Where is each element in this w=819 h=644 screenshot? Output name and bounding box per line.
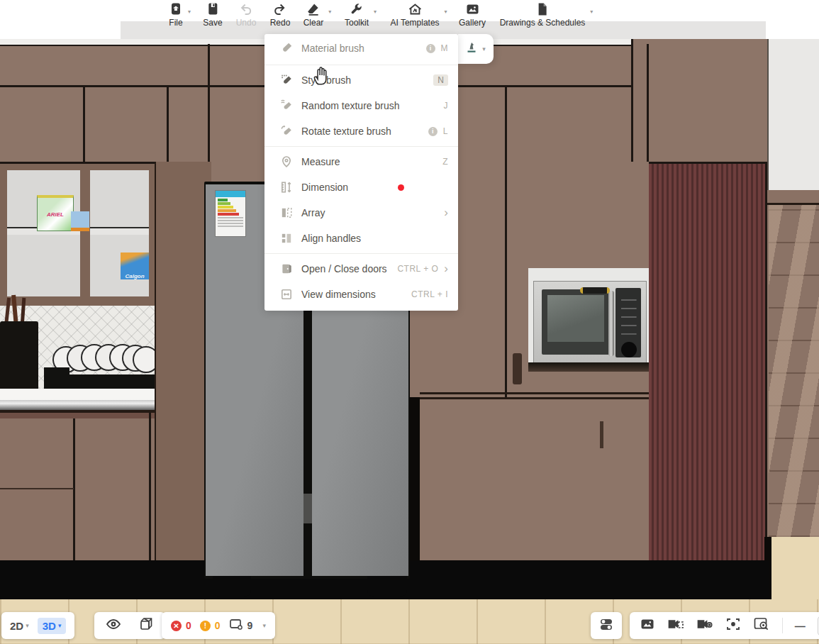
- separator: [782, 618, 783, 633]
- base-cabinets-left: [0, 413, 155, 566]
- small-blue-box: [71, 211, 89, 231]
- panel-edge: [765, 162, 767, 560]
- cabinet-seam: [73, 418, 75, 560]
- view-mode-group: 2D ▾ 3D ▾: [1, 612, 74, 639]
- file-icon: [169, 2, 183, 16]
- menu-separator: [264, 253, 458, 254]
- panel-pages-icon: [229, 618, 243, 633]
- focus-center-button[interactable]: [725, 616, 741, 635]
- undo-button[interactable]: Undo: [236, 2, 257, 28]
- random-texture-brush-icon: [280, 99, 293, 112]
- hand-cursor-icon: [312, 66, 330, 89]
- cabinet-seam: [83, 87, 85, 162]
- redo-icon: [273, 2, 287, 16]
- chevron-right-icon: ›: [444, 264, 448, 274]
- caret-down-icon: ▾: [188, 9, 191, 15]
- undo-icon: [239, 2, 253, 16]
- microwave-knob: [621, 342, 637, 357]
- menu-item-view-dimensions[interactable]: View dimensions CTRL + I: [264, 282, 458, 307]
- calgon-box-label: Calgon: [125, 273, 144, 279]
- save-button[interactable]: Save: [203, 2, 222, 28]
- error-badge-icon: ✕: [171, 621, 182, 631]
- menu-item-material-brush[interactable]: Material brush i M: [264, 34, 458, 62]
- toolkit-button[interactable]: ▾ Toolkit: [345, 2, 369, 28]
- dimension-ruler-icon: [280, 181, 293, 194]
- view-2d-selector[interactable]: 2D ▾: [10, 620, 29, 632]
- cabinet-seam: [0, 488, 74, 489]
- redo-button[interactable]: Redo: [270, 2, 291, 28]
- visibility-eye-button[interactable]: [106, 616, 121, 635]
- menu-item-array[interactable]: Array ›: [264, 200, 458, 226]
- menu-item-dimension[interactable]: Dimension: [264, 174, 458, 200]
- cabinet-seam: [631, 39, 633, 162]
- white-wall: [767, 39, 819, 190]
- toggles-button-group: [591, 612, 622, 639]
- caret-down-icon: ▾: [26, 622, 29, 629]
- gallery-button[interactable]: Gallery: [459, 2, 486, 28]
- issues-group[interactable]: ✕ 0 ! 0 9 ▾: [162, 612, 275, 639]
- caret-down-icon: ▾: [328, 9, 331, 15]
- view-dimensions-icon: [280, 288, 293, 301]
- toggles-icon-button[interactable]: [598, 616, 615, 635]
- style-brush-icon: [280, 74, 293, 87]
- menu-item-random-texture-brush[interactable]: Random texture brush J: [264, 93, 458, 118]
- warning-count: 0: [215, 620, 221, 631]
- menu-item-measure[interactable]: Measure Z: [264, 149, 458, 174]
- microwave-handle: [608, 291, 614, 356]
- fridge-energy-label: [215, 190, 246, 237]
- document-icon: [535, 2, 550, 16]
- red-dot-badge: [398, 184, 404, 191]
- caret-down-icon: ▾: [374, 9, 377, 15]
- file-button[interactable]: ▾ File: [169, 2, 183, 28]
- ariel-box-label: ARiEL: [47, 211, 64, 218]
- fridge-foot: [213, 576, 251, 597]
- tools-dropdown-menu: Material brush i M Style brush N Random …: [264, 34, 458, 311]
- wall-band: [767, 190, 819, 205]
- menu-item-open-close-doors[interactable]: Open / Close doors CTRL + O ›: [264, 256, 458, 282]
- wrench-icon: [350, 2, 364, 16]
- menu-separator: [264, 146, 458, 147]
- caret-down-icon: ▾: [262, 622, 266, 629]
- menu-item-rotate-texture-brush[interactable]: Rotate texture brush i L: [264, 118, 458, 144]
- rotate-texture-brush-icon: [280, 125, 293, 138]
- zoom-out-button[interactable]: —: [795, 620, 806, 632]
- brush-type-selector[interactable]: ▾: [458, 34, 494, 64]
- cabinet-seam: [149, 413, 151, 560]
- airbrush-icon: [466, 41, 477, 57]
- cube-view-button[interactable]: [138, 616, 154, 635]
- align-handles-icon: [280, 232, 293, 245]
- measure-pin-icon: [280, 155, 293, 168]
- wood-stair-wall: [769, 205, 819, 537]
- info-icon[interactable]: i: [426, 44, 435, 53]
- render-settings-button[interactable]: [696, 616, 713, 635]
- view-3d-selector[interactable]: 3D ▾: [38, 618, 67, 634]
- cabinet-handle: [513, 353, 522, 384]
- microwave-door: [542, 289, 610, 355]
- countertop: [0, 389, 162, 401]
- microwave-hinge: [580, 287, 610, 294]
- cabinet-seam: [420, 392, 649, 394]
- top-toolbar: ▾ File Save Undo Redo ▾ Clear ▾ Toolkit …: [0, 0, 819, 39]
- zoom-window-button[interactable]: [753, 616, 770, 635]
- clear-button[interactable]: ▾ Clear: [303, 2, 324, 28]
- niche-shadow: [528, 362, 649, 372]
- info-icon[interactable]: i: [428, 127, 438, 136]
- counter-rail: [0, 400, 163, 410]
- snapshot-image-button[interactable]: [640, 616, 655, 635]
- fridge-shadow: [410, 397, 420, 560]
- menu-item-style-brush[interactable]: Style brush N: [264, 67, 458, 93]
- menu-separator: [264, 65, 458, 65]
- cabinet-seam: [167, 87, 169, 162]
- caret-down-icon: ▾: [445, 9, 447, 15]
- door-icon: [280, 262, 293, 275]
- menu-item-align-handles[interactable]: Align handles: [264, 226, 458, 251]
- material-brush-icon: [280, 42, 293, 55]
- app-window: ARiEL Calgon: [0, 0, 819, 644]
- record-region-button[interactable]: [667, 616, 684, 635]
- cabinet-seam: [420, 397, 649, 399]
- caret-down-icon: ▾: [58, 622, 62, 629]
- display-options-group: [94, 612, 165, 639]
- error-count: 0: [186, 620, 191, 631]
- ai-templates-button[interactable]: ▾ AI Templates: [390, 2, 439, 28]
- drawings-schedules-button[interactable]: ▾ Drawings & Schedules: [500, 2, 586, 28]
